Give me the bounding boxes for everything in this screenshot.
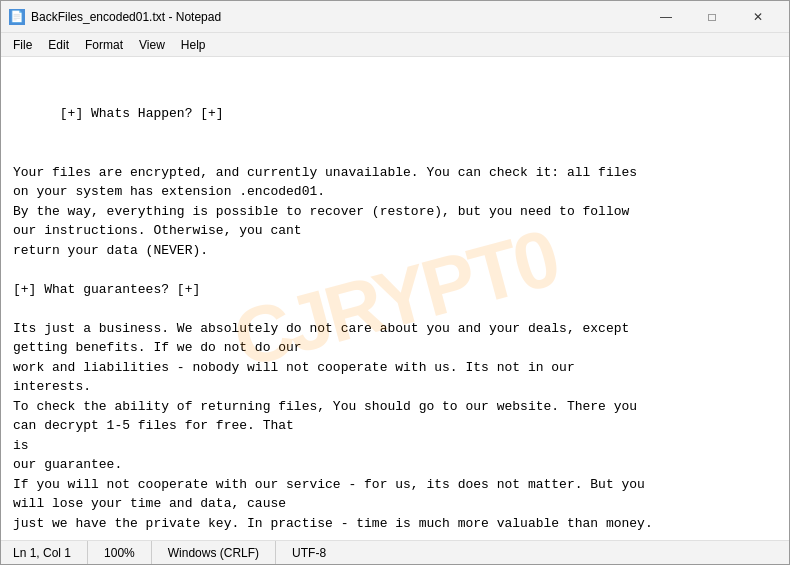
- content-area: CJRYPT0 [+] Whats Happen? [+] Your files…: [1, 57, 789, 540]
- minimize-button[interactable]: —: [643, 1, 689, 33]
- maximize-button[interactable]: □: [689, 1, 735, 33]
- status-bar: Ln 1, Col 1 100% Windows (CRLF) UTF-8: [1, 540, 789, 564]
- menu-file[interactable]: File: [5, 36, 40, 54]
- app-icon: 📄: [9, 9, 25, 25]
- window-title: BackFiles_encoded01.txt - Notepad: [31, 10, 643, 24]
- menu-format[interactable]: Format: [77, 36, 131, 54]
- editor-content: [+] Whats Happen? [+] Your files are enc…: [13, 106, 653, 540]
- notepad-window: 📄 BackFiles_encoded01.txt - Notepad — □ …: [0, 0, 790, 565]
- menu-bar: File Edit Format View Help: [1, 33, 789, 57]
- title-bar: 📄 BackFiles_encoded01.txt - Notepad — □ …: [1, 1, 789, 33]
- menu-view[interactable]: View: [131, 36, 173, 54]
- window-controls: — □ ✕: [643, 1, 781, 33]
- zoom-level: 100%: [88, 541, 152, 564]
- close-button[interactable]: ✕: [735, 1, 781, 33]
- line-ending: Windows (CRLF): [152, 541, 276, 564]
- encoding: UTF-8: [276, 541, 342, 564]
- menu-help[interactable]: Help: [173, 36, 214, 54]
- text-editor[interactable]: CJRYPT0 [+] Whats Happen? [+] Your files…: [1, 57, 789, 540]
- menu-edit[interactable]: Edit: [40, 36, 77, 54]
- cursor-position: Ln 1, Col 1: [9, 541, 88, 564]
